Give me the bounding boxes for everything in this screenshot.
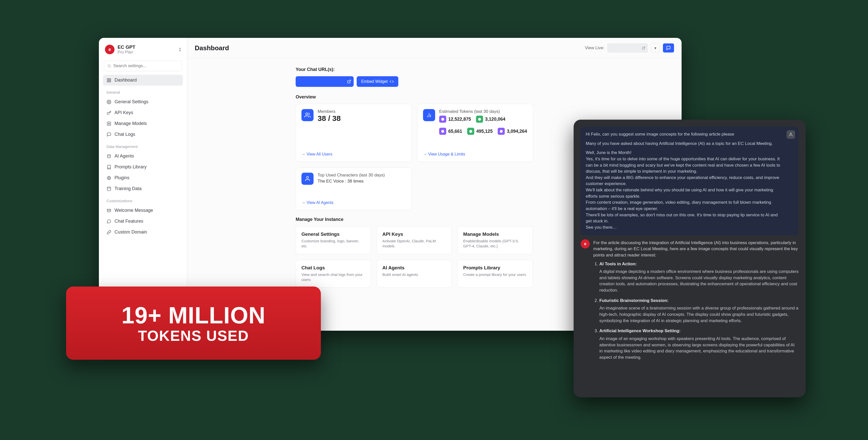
svg-point-16 bbox=[306, 113, 308, 115]
live-url-field[interactable] bbox=[608, 43, 648, 53]
nav-label: Dashboard bbox=[115, 78, 137, 83]
svg-rect-8 bbox=[107, 155, 111, 158]
badge-headline: 19+ MILLION bbox=[122, 302, 266, 329]
tokens-used-badge: 19+ MILLION TOKENS USED bbox=[66, 287, 321, 360]
svg-point-20 bbox=[307, 176, 309, 178]
nav-label: Prompts Library bbox=[115, 164, 147, 170]
svg-point-9 bbox=[108, 155, 109, 156]
nav-dashboard[interactable]: Dashboard bbox=[103, 75, 183, 86]
nav-label: General Settings bbox=[115, 99, 148, 105]
chevron-down-icon: ▾ bbox=[654, 46, 656, 51]
library-icon bbox=[106, 165, 112, 170]
chat-url-pill[interactable] bbox=[296, 76, 354, 87]
manage-card-api-keys[interactable]: API KeysActivate OpenAI, Claude, PaLM mo… bbox=[377, 226, 452, 254]
nav-api-keys[interactable]: API Keys bbox=[103, 107, 183, 118]
user-line: See you there… bbox=[586, 225, 784, 231]
search-icon bbox=[107, 64, 111, 68]
user-avatar-icon bbox=[786, 130, 795, 139]
live-url-dropdown[interactable]: ▾ bbox=[651, 43, 660, 53]
nav-custom-domain[interactable]: Custom Domain bbox=[103, 227, 183, 238]
members-value: 38 / 38 bbox=[318, 114, 341, 123]
search-input[interactable] bbox=[104, 61, 182, 71]
svg-rect-5 bbox=[110, 81, 111, 82]
plugin-icon bbox=[106, 175, 112, 180]
svg-line-14 bbox=[644, 47, 645, 48]
svg-point-12 bbox=[107, 187, 111, 188]
user-line: Many of you have asked about having Arti… bbox=[586, 141, 784, 147]
characters-card: Top Used Characters (last 30 days) The E… bbox=[296, 167, 412, 210]
chat-icon bbox=[666, 46, 671, 50]
svg-point-6 bbox=[108, 101, 110, 102]
svg-line-1 bbox=[110, 67, 111, 67]
overview-label: Overview bbox=[296, 94, 674, 100]
open-chat-button[interactable] bbox=[663, 43, 674, 53]
svg-point-10 bbox=[110, 155, 110, 156]
assistant-message: e For the article discussing the integra… bbox=[581, 239, 799, 392]
models-icon bbox=[106, 121, 112, 126]
view-ai-agents-link[interactable]: → View AI Agents bbox=[302, 196, 406, 205]
user-message: Hi Felix, can you suggest some image con… bbox=[581, 127, 799, 235]
nav-ai-agents[interactable]: AI Agents bbox=[103, 151, 183, 162]
nav-general-settings[interactable]: General Settings bbox=[103, 96, 183, 107]
nav-label: Welcome Message bbox=[115, 208, 153, 213]
characters-line: The EC Voice : 38 times bbox=[318, 179, 385, 184]
token-provider-icon: ⬢ bbox=[439, 128, 446, 135]
user-line: From content creation, image generation,… bbox=[586, 199, 784, 212]
nav-chat-logs[interactable]: Chat Logs bbox=[103, 129, 183, 140]
token-provider-icon: ⬢ bbox=[476, 116, 483, 123]
database-icon bbox=[106, 186, 112, 192]
badge-subline: TOKENS USED bbox=[138, 327, 249, 344]
tokens-icon bbox=[423, 109, 435, 121]
nav-label: API Keys bbox=[115, 110, 133, 115]
nav-manage-models[interactable]: Manage Models bbox=[103, 118, 183, 129]
page-title: Dashboard bbox=[195, 44, 229, 52]
manage-card-ai-agents[interactable]: AI AgentsBuild smart AI agents bbox=[377, 260, 452, 288]
embed-widget-button[interactable]: Embed Widget bbox=[357, 76, 398, 87]
nav-chat-features[interactable]: Chat Features bbox=[103, 216, 183, 227]
characters-title: Top Used Characters (last 30 days) bbox=[318, 173, 385, 178]
view-usage-link[interactable]: → View Usage & Limits bbox=[423, 147, 527, 156]
manage-card-manage-models[interactable]: Manage ModelsEnable/disable models (GPT-… bbox=[457, 226, 533, 254]
nav-label: Chat Features bbox=[115, 218, 143, 224]
token-value: ⬢12,522,875 bbox=[439, 116, 471, 123]
link-icon bbox=[106, 230, 112, 235]
brand-name: EC GPT bbox=[118, 45, 135, 50]
nav-prompts-library[interactable]: Prompts Library bbox=[103, 162, 183, 172]
svg-rect-2 bbox=[107, 79, 108, 80]
code-icon bbox=[390, 80, 394, 84]
view-all-users-link[interactable]: → View All Users bbox=[302, 147, 406, 156]
members-icon bbox=[302, 109, 314, 121]
nav-label: Manage Models bbox=[115, 121, 147, 126]
external-link-icon bbox=[347, 80, 351, 84]
manage-card-chat-logs[interactable]: Chat LogsView and search chat logs from … bbox=[296, 260, 371, 288]
svg-rect-4 bbox=[107, 81, 108, 82]
tokens-title: Estimated Tokens (last 30 days) bbox=[439, 109, 527, 114]
assistant-item: Artificial Intelligence Workshop Setting… bbox=[599, 328, 799, 360]
nav-label: Chat Logs bbox=[115, 132, 135, 137]
user-line: We'll talk about the rationale behind wh… bbox=[586, 187, 784, 199]
nav-plugins[interactable]: Plugins bbox=[103, 172, 183, 183]
brand-switcher[interactable]: e EC GPT Pro Plan ▴▾ bbox=[103, 43, 183, 59]
nav-section-data: Data Management bbox=[103, 140, 183, 151]
agent-icon bbox=[106, 154, 112, 159]
members-card: Members 38 / 38 → View All Users bbox=[296, 104, 412, 162]
svg-point-0 bbox=[108, 65, 110, 67]
token-value: ⬢3,094,264 bbox=[498, 128, 527, 135]
brand-plan: Pro Plan bbox=[118, 50, 135, 55]
nav-welcome-message[interactable]: Welcome Message bbox=[103, 205, 183, 216]
nav-label: AI Agents bbox=[115, 153, 134, 159]
assistant-item: AI Tools in Action:A digital image depic… bbox=[599, 261, 799, 294]
token-provider-icon: ⬢ bbox=[467, 128, 474, 135]
user-lead: Hi Felix, can you suggest some image con… bbox=[586, 131, 784, 138]
brand-logo: e bbox=[105, 45, 115, 54]
dashboard-icon bbox=[106, 78, 112, 83]
nav-training-data[interactable]: Training Data bbox=[103, 183, 183, 194]
manage-card-prompts-library[interactable]: Prompts LibraryCreate a prompt library f… bbox=[457, 260, 533, 288]
chat-url-label: Your Chat URL(s): bbox=[296, 67, 674, 72]
token-value: ⬢495,125 bbox=[467, 128, 493, 135]
members-title: Members bbox=[318, 109, 341, 114]
chat-icon bbox=[106, 132, 112, 137]
chat-panel: Hi Felix, can you suggest some image con… bbox=[574, 120, 806, 397]
manage-card-general-settings[interactable]: General SettingsCustomize branding, logo… bbox=[296, 226, 371, 254]
assistant-intro: For the article discussing the integrati… bbox=[593, 240, 799, 259]
